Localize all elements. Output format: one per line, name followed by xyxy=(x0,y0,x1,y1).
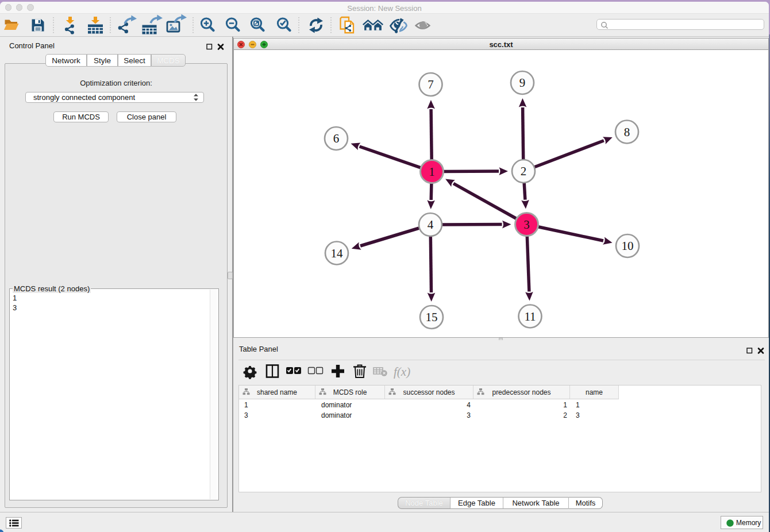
svg-text:3: 3 xyxy=(523,218,530,232)
svg-text:14: 14 xyxy=(331,246,344,260)
svg-text:1: 1 xyxy=(429,165,435,179)
svg-text:11: 11 xyxy=(524,310,536,323)
svg-text:4: 4 xyxy=(428,218,434,232)
svg-text:8: 8 xyxy=(624,125,630,139)
svg-text:2: 2 xyxy=(521,164,527,178)
svg-text:f(x): f(x) xyxy=(394,365,410,379)
svg-text:10: 10 xyxy=(622,239,634,253)
svg-text:9: 9 xyxy=(519,76,526,90)
svg-text:15: 15 xyxy=(426,310,438,324)
svg-text:6: 6 xyxy=(333,132,340,145)
svg-text:7: 7 xyxy=(428,78,434,91)
